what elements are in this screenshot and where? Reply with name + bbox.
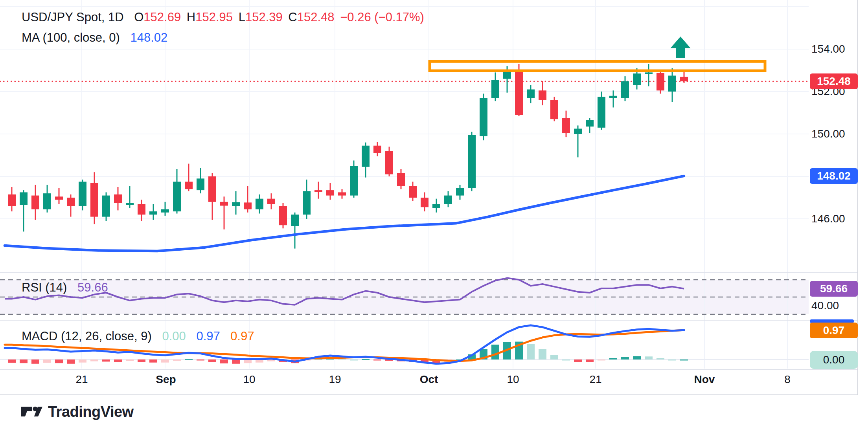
candle-body (373, 146, 381, 153)
histogram-bar (598, 359, 605, 361)
time-axis-label[interactable]: 10 (489, 373, 537, 386)
candle-body (8, 194, 16, 206)
candle-body (444, 196, 452, 204)
candle-body (562, 118, 570, 133)
candle-body (480, 98, 487, 136)
candle-body (633, 73, 641, 85)
close-value: 152.48 (297, 10, 335, 24)
histogram-bar (43, 359, 51, 363)
histogram-bar (161, 359, 169, 363)
candle-body (138, 204, 145, 215)
tradingview-logo[interactable]: TradingView (20, 403, 134, 420)
macd-signal-badge: 0.97 (810, 323, 858, 338)
rsi-legend-row[interactable]: RSI (14) 59.66 (22, 281, 108, 295)
candle-body (43, 193, 51, 209)
histogram-bar (550, 355, 558, 359)
chart-canvas[interactable] (0, 0, 868, 431)
candle-body (126, 203, 134, 205)
candle-body (432, 204, 440, 208)
candle-body (621, 81, 629, 98)
histogram-bar (657, 358, 664, 359)
ma-value: 148.02 (130, 31, 167, 44)
time-axis-label[interactable]: 21 (572, 373, 619, 386)
symbol-legend-row[interactable]: USD/JPY Spot, 1D O152.69 H152.95 L152.39… (22, 10, 424, 24)
candle-body (385, 151, 393, 174)
candle-body (55, 196, 63, 200)
candle-body (185, 182, 193, 189)
rsi-label[interactable]: RSI (14) (22, 281, 67, 294)
candle-body (220, 202, 228, 206)
candle-body (314, 190, 322, 192)
candle-body (90, 183, 98, 216)
rsi-axis-label[interactable]: 40.00 (811, 299, 858, 312)
open-label: O (134, 10, 143, 24)
candle-body (645, 72, 653, 74)
candle-body (574, 129, 582, 134)
histogram-bar (491, 345, 499, 359)
macd-zero-badge: 0.00 (810, 351, 858, 369)
candle-body (550, 100, 558, 119)
histogram-bar (232, 359, 240, 364)
histogram-bar (197, 359, 204, 361)
time-axis-label[interactable]: Oct (405, 373, 452, 386)
candle-body (409, 186, 417, 198)
histogram-bar (586, 359, 594, 362)
candle-body (503, 72, 511, 79)
histogram-bar (562, 359, 570, 361)
up-arrow-annotation[interactable] (670, 37, 691, 58)
time-axis-label[interactable]: 21 (58, 373, 105, 386)
time-axis-label[interactable]: Sep (142, 373, 189, 386)
change-value: −0.26 (−0.17%) (340, 10, 424, 24)
time-axis-label[interactable]: 10 (226, 373, 273, 386)
histogram-bar (185, 359, 193, 360)
tradingview-chart-window: USD/JPY Spot, 1D O152.69 H152.95 L152.39… (0, 0, 868, 431)
candle-body (208, 176, 216, 202)
high-label: H (187, 10, 195, 24)
histogram-bar (138, 359, 145, 362)
histogram-bar (31, 359, 39, 364)
histogram-bar (8, 359, 16, 363)
candle-body (303, 191, 311, 215)
histogram-bar (55, 359, 63, 363)
candle-body (397, 173, 405, 186)
resistance-zone-rectangle[interactable] (430, 61, 765, 71)
histogram-bar (90, 359, 98, 361)
candle-body (197, 178, 204, 190)
candle-body (598, 97, 605, 128)
histogram-bar (350, 359, 358, 361)
candle-body (67, 198, 75, 206)
candle-body (244, 202, 252, 209)
histogram-bar (208, 359, 216, 362)
candle-body (527, 90, 535, 98)
candle-body (102, 196, 110, 217)
price-axis-label[interactable]: 146.00 (811, 213, 858, 225)
price-axis-label[interactable]: 150.00 (811, 128, 858, 140)
histogram-bar (149, 359, 157, 363)
time-axis-label[interactable]: 8 (764, 373, 811, 386)
ma-legend-row[interactable]: MA (100, close, 0) 148.02 (22, 31, 167, 45)
candle-body (609, 96, 617, 98)
price-axis-label[interactable]: 154.00 (811, 43, 858, 55)
symbol-title[interactable]: USD/JPY Spot, 1D (22, 10, 124, 24)
high-value: 152.95 (195, 10, 233, 24)
candle-body (657, 73, 664, 90)
low-label: L (239, 10, 245, 24)
candle-body (668, 76, 676, 92)
candle-body (350, 166, 358, 196)
ma-label[interactable]: MA (100, close, 0) (22, 31, 120, 44)
candle-body (291, 215, 299, 226)
open-value: 152.69 (143, 10, 181, 24)
time-axis-label[interactable]: Nov (681, 373, 728, 386)
histogram-bar (362, 359, 370, 360)
candle-body (149, 211, 157, 215)
time-axis-label[interactable]: 19 (311, 373, 359, 386)
histogram-bar (20, 359, 28, 363)
candle-body (456, 188, 464, 196)
histogram-bar (621, 357, 629, 359)
macd-hist-value: 0.00 (162, 329, 186, 343)
histogram-bar (645, 356, 653, 359)
candle-body (267, 199, 275, 204)
macd-legend-row[interactable]: MACD (12, 26, close, 9) 0.00 0.97 0.97 (22, 329, 254, 343)
macd-label[interactable]: MACD (12, 26, close, 9) (22, 329, 152, 343)
histogram-bar (574, 359, 582, 362)
